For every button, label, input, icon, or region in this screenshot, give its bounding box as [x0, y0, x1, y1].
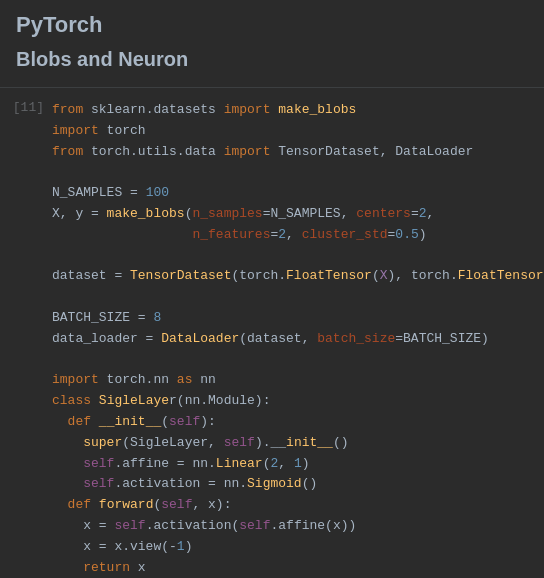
code-line: dataset = TensorDataset(torch.FloatTenso… [52, 266, 544, 287]
code-line [52, 246, 544, 267]
code-line: x = self.activation(self.affine(x)) [52, 516, 544, 537]
code-line [52, 162, 544, 183]
code-line: self.affine = nn.Linear(2, 1) [52, 454, 544, 475]
cell-label: [11] [0, 100, 48, 578]
code-content[interactable]: from sklearn.datasets import make_blobs … [48, 100, 544, 578]
header: PyTorch Blobs and Neuron [0, 0, 544, 87]
page-title: Blobs and Neuron [16, 48, 528, 71]
code-line: def forward(self, x): [52, 495, 544, 516]
code-line [52, 287, 544, 308]
code-line: from torch.utils.data import TensorDatas… [52, 142, 544, 163]
code-container: [11] from sklearn.datasets import make_b… [0, 87, 544, 578]
code-cell: [11] from sklearn.datasets import make_b… [0, 96, 544, 578]
code-line: import torch.nn as nn [52, 370, 544, 391]
code-line: self.activation = nn.Sigmoid() [52, 474, 544, 495]
code-line: data_loader = DataLoader(dataset, batch_… [52, 329, 544, 350]
code-line: BATCH_SIZE = 8 [52, 308, 544, 329]
code-line: class SigleLayer(nn.Module): [52, 391, 544, 412]
code-line: X, y = make_blobs(n_samples=N_SAMPLES, c… [52, 204, 544, 225]
code-line: return x [52, 558, 544, 578]
code-line: import torch [52, 121, 544, 142]
code-line: N_SAMPLES = 100 [52, 183, 544, 204]
code-line: def __init__(self): [52, 412, 544, 433]
app-title: PyTorch [16, 12, 528, 38]
code-line [52, 350, 544, 371]
code-line: n_features=2, cluster_std=0.5) [52, 225, 544, 246]
code-line: x = x.view(-1) [52, 537, 544, 558]
code-line: super(SigleLayer, self).__init__() [52, 433, 544, 454]
code-line: from sklearn.datasets import make_blobs [52, 100, 544, 121]
